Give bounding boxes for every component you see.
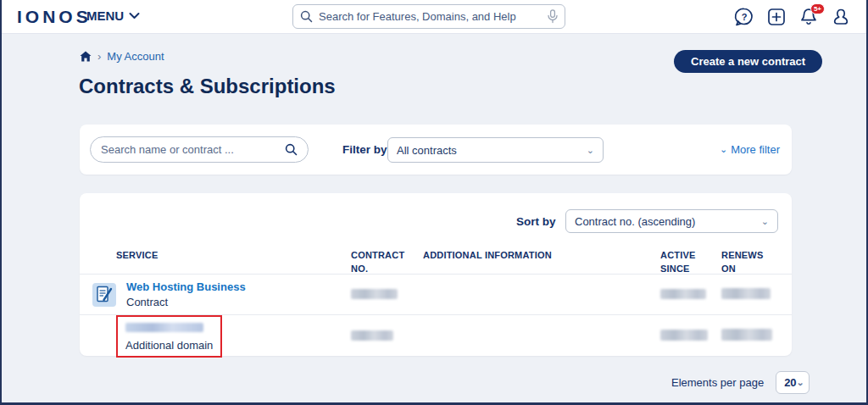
add-contract-icon[interactable] [766,7,787,27]
sort-select[interactable]: Contract no. (ascending) ⌄ [565,209,778,233]
contract-icon [92,283,116,307]
service-subtitle: Contract [126,295,246,310]
renews-on-cell [721,287,779,302]
contract-search-input[interactable] [101,143,278,156]
contract-type-select-value: All contracts [397,144,457,157]
contract-no-cell [351,287,423,302]
elements-per-page-label: Elements per page [671,376,764,389]
search-icon [300,10,313,23]
help-icon[interactable]: ? [734,7,754,27]
notification-badge: 5+ [810,3,825,14]
chevron-down-icon: ⌄ [587,146,594,155]
contract-type-select[interactable]: All contracts ⌄ [387,137,604,163]
redacted-renews-on [721,288,771,299]
top-bar: IONOS MENU ? 5+ [2,0,866,34]
redacted-active-since [660,289,706,299]
renews-on-cell [721,329,779,344]
chevron-down-icon: ⌄ [761,217,769,226]
sort-select-value: Contract no. (ascending) [575,215,695,228]
page-size-value: 20 [784,376,796,389]
redacted-renews-on [721,329,772,341]
menu-label: MENU [86,8,124,23]
more-filter-link[interactable]: ⌄ More filter [720,143,780,156]
service-subtitle: Additional domain [125,338,213,353]
contract-search[interactable] [90,136,309,163]
breadcrumb-separator: › [97,50,101,63]
page-title: Contracts & Subscriptions [79,75,336,98]
topbar-icon-group: ? 5+ [734,7,851,27]
highlight-box: Additional domain [116,315,222,358]
contract-no-cell [351,329,423,344]
redacted-active-since [660,330,708,341]
filter-by-label: Filter by [342,143,387,156]
redacted-service-name[interactable] [125,323,203,332]
create-contract-button[interactable]: Create a new contract [674,50,822,73]
breadcrumb: › My Account [80,50,164,63]
table-row: Additional domain [80,314,792,355]
user-account-icon[interactable] [831,7,851,27]
service-cell: Additional domain [92,315,351,358]
home-icon[interactable] [80,51,92,62]
menu-button[interactable]: MENU [86,8,140,23]
chevron-down-icon: ⌄ [797,378,804,387]
search-icon[interactable] [285,143,298,156]
global-search-input[interactable] [319,10,542,23]
chevron-down-icon [129,12,140,19]
chevron-down-icon: ⌄ [720,145,727,154]
contracts-table-card: Sort by Contract no. (ascending) ⌄ SERVI… [80,193,792,356]
active-since-cell [660,329,721,344]
redacted-contract-no [351,330,393,341]
service-name-block: Web Hosting Business Contract [126,280,246,309]
microphone-icon[interactable] [548,9,558,24]
redacted-contract-no [351,289,398,299]
service-cell: Web Hosting Business Contract [92,280,351,309]
breadcrumb-my-account[interactable]: My Account [107,50,164,63]
active-since-cell [660,287,721,302]
service-name-link[interactable]: Web Hosting Business [126,280,246,295]
table-row: Web Hosting Business Contract [80,274,792,314]
ionos-logo[interactable]: IONOS [17,7,92,27]
filter-card: Filter by All contracts ⌄ ⌄ More filter [80,125,792,175]
more-filter-label: More filter [731,143,780,156]
ionos-control-panel: IONOS MENU ? 5+ [0,0,868,405]
pagination: Elements per page 20 ⌄ [671,371,810,394]
sort-by-label: Sort by [516,215,556,228]
svg-text:?: ? [742,12,748,22]
notifications-icon[interactable]: 5+ [798,7,819,27]
global-search[interactable] [292,4,565,29]
page-size-select[interactable]: 20 ⌄ [776,371,810,394]
